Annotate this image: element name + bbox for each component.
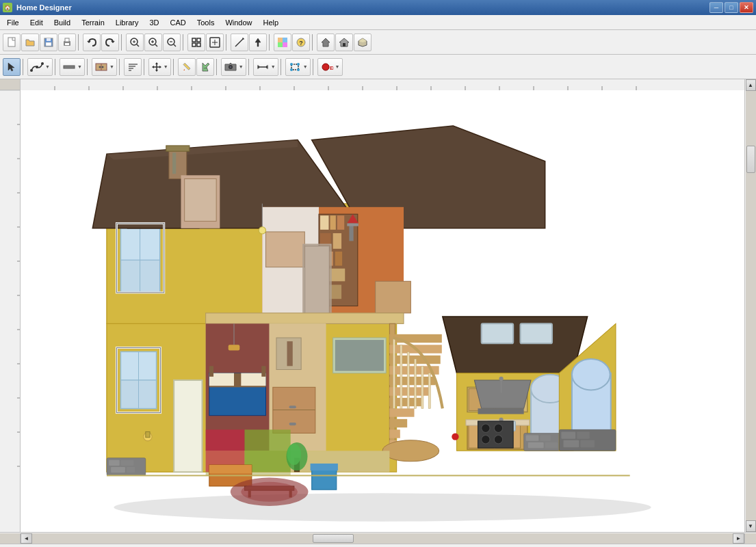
toolbar2: ▼ ▼ ▼ ▼ ▼ ▼ ▼ EC ▼	[0, 55, 756, 79]
menu-edit[interactable]: Edit	[25, 15, 49, 29]
cabinet-button[interactable]: ▼	[92, 58, 117, 76]
zoom-window-button[interactable]	[126, 34, 144, 51]
svg-point-40	[30, 69, 33, 72]
menu-3d[interactable]: 3D	[144, 15, 164, 29]
svg-rect-127	[169, 147, 187, 179]
bottom-scrollbar: ◄ ►	[0, 532, 756, 544]
sep10	[313, 59, 315, 75]
print-button[interactable]	[58, 34, 76, 51]
paint-button[interactable]	[196, 58, 214, 76]
scroll-track-vertical[interactable]	[746, 91, 756, 520]
svg-point-48	[101, 66, 103, 68]
draw-line-button[interactable]	[231, 34, 248, 51]
move-button[interactable]: ▼	[148, 58, 171, 76]
svg-rect-186	[415, 359, 417, 408]
svg-rect-6	[65, 43, 69, 45]
help-button[interactable]: ?	[292, 34, 310, 51]
svg-rect-171	[389, 429, 400, 438]
svg-rect-49	[129, 70, 131, 71]
zoom-in-button[interactable]	[144, 34, 162, 51]
sep7	[216, 59, 219, 75]
svg-rect-165	[289, 423, 296, 425]
scroll-down-button[interactable]: ▼	[746, 520, 756, 532]
scroll-up-button[interactable]: ▲	[746, 79, 756, 91]
wall-button[interactable]: ▼	[60, 58, 85, 76]
svg-rect-160	[209, 366, 213, 377]
svg-point-47	[99, 66, 101, 68]
svg-line-12	[155, 44, 157, 46]
menu-library[interactable]: Library	[110, 15, 144, 29]
transform-button[interactable]: ▼	[285, 58, 311, 76]
save-button[interactable]	[40, 34, 57, 51]
svg-rect-152	[206, 313, 404, 324]
svg-point-108	[114, 493, 651, 521]
svg-rect-248	[580, 440, 595, 447]
pencil-button[interactable]	[178, 58, 196, 76]
svg-rect-139	[337, 215, 344, 230]
svg-point-42	[41, 62, 44, 65]
menu-file[interactable]: File	[1, 15, 25, 29]
menu-window[interactable]: Window	[220, 15, 257, 29]
record-button[interactable]: EC ▼	[317, 58, 343, 76]
svg-marker-56	[155, 70, 158, 72]
svg-line-16	[174, 44, 176, 46]
dimension-button[interactable]: ▼	[253, 58, 278, 76]
fit-page-button[interactable]	[206, 34, 224, 51]
material-button[interactable]	[274, 34, 291, 51]
scroll-right-button[interactable]: ►	[733, 533, 744, 544]
svg-rect-59	[183, 63, 190, 70]
arrow-button[interactable]	[249, 34, 267, 51]
maximize-button[interactable]: □	[725, 2, 738, 13]
menu-cad[interactable]: CAD	[164, 15, 191, 29]
stairs-button[interactable]	[124, 58, 142, 76]
fit-button[interactable]	[187, 34, 205, 51]
svg-rect-162	[273, 387, 315, 433]
menu-terrain[interactable]: Terrain	[76, 15, 110, 29]
svg-rect-131	[185, 179, 217, 222]
menu-build[interactable]: Build	[49, 15, 76, 29]
new-button[interactable]	[3, 34, 21, 51]
redo-button[interactable]	[101, 34, 119, 51]
menu-help[interactable]: Help	[258, 15, 285, 29]
svg-rect-141	[333, 233, 341, 249]
svg-point-262	[499, 377, 504, 381]
svg-rect-250	[146, 431, 150, 437]
svg-rect-2	[47, 38, 51, 41]
close-button[interactable]: ✕	[740, 2, 753, 13]
house-front-button[interactable]	[335, 34, 353, 51]
scroll-left-button[interactable]: ◄	[21, 533, 32, 544]
svg-rect-247	[564, 440, 579, 447]
svg-rect-129	[172, 152, 176, 174]
svg-rect-148	[347, 224, 359, 226]
svg-rect-198	[312, 468, 337, 490]
polyline-button[interactable]: ▼	[27, 58, 53, 76]
scroll-thumb-horizontal[interactable]	[313, 534, 354, 543]
sep4	[226, 34, 229, 51]
scroll-track-horizontal[interactable]	[32, 533, 733, 544]
minimize-button[interactable]: ─	[709, 2, 723, 13]
undo-button[interactable]	[83, 34, 101, 51]
svg-point-71	[297, 63, 300, 66]
svg-point-258	[259, 227, 265, 234]
menu-tools[interactable]: Tools	[192, 15, 220, 29]
titlebar: 🏠 Home Designer ─ □ ✕	[0, 0, 756, 15]
svg-marker-55	[155, 62, 158, 64]
sep3	[183, 34, 185, 51]
open-button[interactable]	[21, 34, 39, 51]
svg-rect-187	[421, 366, 423, 408]
svg-rect-50	[129, 68, 133, 69]
svg-text:EC: EC	[330, 65, 334, 71]
house-exterior-button[interactable]	[317, 34, 335, 51]
svg-marker-57	[152, 66, 154, 68]
canvas-area[interactable]	[21, 79, 744, 532]
svg-marker-58	[159, 66, 161, 68]
svg-rect-199	[311, 464, 338, 470]
scroll-thumb-vertical[interactable]	[746, 146, 755, 173]
svg-marker-39	[8, 63, 14, 71]
select-tool-button[interactable]	[3, 58, 21, 76]
zoom-out-button[interactable]	[163, 34, 181, 51]
camera-button[interactable]: ▼	[221, 58, 246, 76]
svg-point-182	[382, 440, 439, 462]
house-iso-button[interactable]	[354, 34, 372, 51]
svg-rect-20	[192, 43, 196, 46]
